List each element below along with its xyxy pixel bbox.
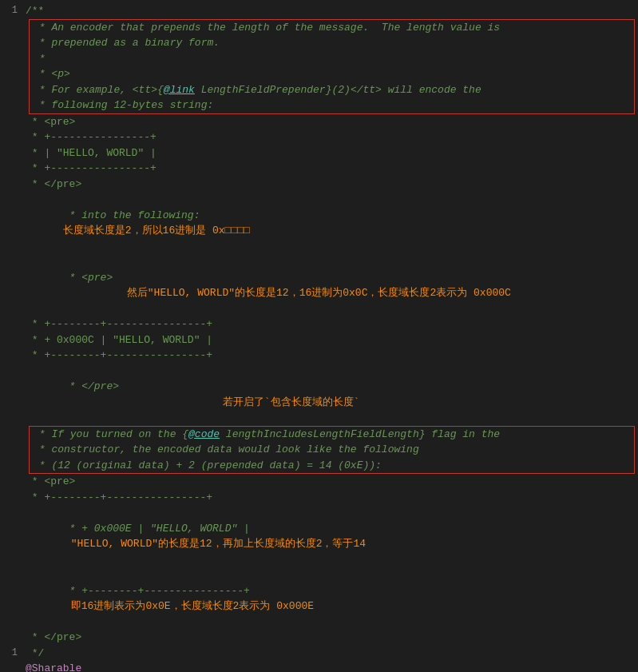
code-text: * | "HELLO, WORLD" | — [26, 145, 635, 161]
annotation-note-5: 即16进制表示为0x0E，长度域长度2表示为 0x000E — [71, 600, 314, 612]
code-text: * — [33, 51, 631, 67]
code-text: * +--------+----------------+ — [26, 490, 635, 506]
annotation-note-4: "HELLO, WORLD"的长度是12，再加上长度域的长度2，等于14 — [71, 538, 366, 550]
line-number: 1 — [3, 646, 26, 660]
line-11: * +----------------+ — [0, 161, 638, 177]
line-15: * +--------+----------------+ — [0, 316, 638, 332]
line-4: * — [30, 51, 634, 67]
code-text: * prepended as a binary form. — [33, 35, 631, 51]
code-text: @Sharable — [26, 661, 635, 672]
line-24: * + 0x000E | "HELLO, WORLD" | "HELLO, WO… — [0, 505, 638, 567]
line-17: * +--------+----------------+ — [0, 348, 638, 364]
line-14: * <pre> 然后"HELLO, WORLD"的长度是12，16进制为0x0C… — [0, 254, 638, 316]
code-text: * An encoder that prepends the length of… — [33, 20, 631, 36]
line-1: 1 /** — [0, 3, 638, 19]
line-20: * constructor, the encoded data would lo… — [30, 442, 634, 458]
line-7: * following 12-bytes string: — [30, 97, 634, 113]
annotation-note-1: 长度域长度是2，所以16进制是 0x□□□□ — [63, 225, 250, 237]
line-3: * prepended as a binary form. — [30, 35, 634, 51]
code-text: * + 0x000C | "HELLO, WORLD" | — [26, 332, 635, 348]
code-text: * (12 (original data) + 2 (prepended dat… — [33, 458, 631, 474]
code-text: * <pre> 然后"HELLO, WORLD"的长度是12，16进制为0x0C… — [26, 254, 635, 316]
code-text: * +--------+----------------+ — [26, 348, 635, 364]
line-6: * For example, <tt>{@link LengthFieldPre… — [30, 82, 634, 98]
code-text: * +----------------+ — [26, 129, 635, 145]
line-sharable: @Sharable — [0, 661, 638, 672]
code-text: */ — [26, 646, 635, 662]
line-25: * +--------+----------------+ 即16进制表示为0x… — [0, 567, 638, 630]
line-18: * </pre> 若开启了`包含长度域的长度` — [0, 364, 638, 426]
code-text: * <pre> — [26, 114, 635, 130]
line-16: * + 0x000C | "HELLO, WORLD" | — [0, 332, 638, 348]
line-27: 1 */ — [0, 646, 638, 662]
code-text: * +----------------+ — [26, 161, 635, 177]
line-9: * +----------------+ — [0, 129, 638, 145]
line-22: * <pre> — [0, 474, 638, 490]
code-text: /** — [26, 3, 635, 19]
line-10: * | "HELLO, WORLD" | — [0, 145, 638, 161]
line-5: * <p> — [30, 66, 634, 82]
annotation-note-3: 若开启了`包含长度域的长度` — [223, 396, 360, 408]
line-21: * (12 (original data) + 2 (prepended dat… — [30, 458, 634, 474]
code-text: * <pre> — [26, 474, 635, 490]
line-23: * +--------+----------------+ — [0, 490, 638, 506]
code-text: * + 0x000E | "HELLO, WORLD" | "HELLO, WO… — [26, 505, 635, 567]
line-2: * An encoder that prepends the length of… — [30, 20, 634, 36]
line-13: * into the following: 长度域长度是2，所以16进制是 0x… — [0, 192, 638, 254]
code-text: * constructor, the encoded data would lo… — [33, 442, 631, 458]
code-text: * +--------+----------------+ 即16进制表示为0x… — [26, 567, 635, 630]
code-text: * For example, <tt>{@link LengthFieldPre… — [33, 82, 631, 98]
code-text: * </pre> — [26, 630, 635, 646]
code-text: * into the following: 长度域长度是2，所以16进制是 0x… — [26, 192, 635, 254]
code-text: * </pre> 若开启了`包含长度域的长度` — [26, 364, 635, 426]
line-8: * <pre> — [0, 114, 638, 130]
code-text: * <p> — [33, 66, 631, 82]
code-editor: 1 /** * An encoder that prepends the len… — [0, 0, 638, 672]
line-12: * </pre> — [0, 177, 638, 193]
line-number: 1 — [3, 3, 26, 18]
line-26: * </pre> — [0, 630, 638, 646]
code-text: * +--------+----------------+ — [26, 316, 635, 332]
annotation-note-2: 然后"HELLO, WORLD"的长度是12，16进制为0x0C，长度域长度2表… — [127, 287, 511, 299]
code-text: * </pre> — [26, 177, 635, 193]
code-text: * If you turned on the {@code lengthIncl… — [33, 427, 631, 443]
code-text: * following 12-bytes string: — [33, 97, 631, 113]
line-19: * If you turned on the {@code lengthIncl… — [30, 427, 634, 443]
